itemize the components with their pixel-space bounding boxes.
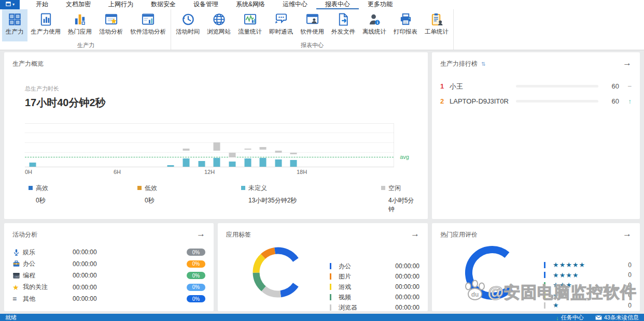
legend-label: 未定义 [248,184,267,192]
app-tag-legend-row-浏览器[interactable]: 浏览器00:00:00 [330,302,419,313]
ribbon-button-活动时间[interactable]: 活动时间 [172,9,203,41]
donut-segment-视频 [256,273,263,289]
activity-row-我的关注[interactable]: ★我的关注00:00:000% [12,282,205,294]
rating-row-3-stars[interactable]: ★★★0 [544,280,632,290]
ribbon-button-流量统计[interactable]: 流量统计 [234,9,265,41]
percent-badge: 0% [187,272,205,279]
activity-label: 办公 [23,259,73,268]
envelope-icon [595,315,602,321]
menu-tab-报表中心[interactable]: 报表中心 [316,0,359,9]
progress-track [516,100,598,103]
gridline [25,133,394,133]
ribbon-button-label: 浏览网站 [207,28,231,36]
activity-row-其他[interactable]: ≡其他00:00:000% [12,293,205,305]
svg-text:cmd: cmd [15,275,19,278]
x-axis-tick: 18H [297,169,307,175]
menu-tab-系统&网络[interactable]: 系统&网络 [227,0,274,9]
bar-undefined-hour-12 [214,158,220,167]
ribbon-button-打印报表[interactable]: 打印报表 [390,9,421,41]
rating-count: 0 [628,271,632,279]
legend-item-高效: 高效0秒 [29,184,48,205]
activity-row-娱乐[interactable]: 娱乐00:00:000% [12,246,205,258]
ribbon-button-工单统计[interactable]: 工单统计 [421,9,452,41]
menu-tab-运维中心[interactable]: 运维中心 [274,0,316,9]
dashboard: 生产力概览 总生产力时长 17小时40分钟2秒 avg 0H6H12H18H 高… [0,50,644,314]
clipboard-user-icon [429,12,444,26]
tag-label: 图片 [339,272,351,281]
ribbon-button-label: 外发文件 [331,28,355,36]
unread-messages-button[interactable]: 43条未读信息 [595,314,639,321]
legend-value: 0秒 [36,196,48,205]
legend-tick [544,302,545,309]
donut-segment-浏览器 [263,289,281,294]
panel-app-tags: 应用标签 → 办公00:00:00图片00:00:00游戏00:00:00视频0… [218,223,428,311]
rating-row-4-stars[interactable]: ★★★★0 [544,270,632,281]
app-tag-legend-row-游戏[interactable]: 游戏00:00:00 [330,282,419,292]
activity-label: 其他 [23,295,73,303]
app-tag-legend-row-图片[interactable]: 图片00:00:00 [330,271,419,282]
ribbon-button-热门应用[interactable]: 热门应用 [64,9,95,41]
open-arrow-icon[interactable]: → [623,229,632,238]
activity-time: 00:00:00 [73,284,135,291]
ribbon-button-软件活动分析[interactable]: 软件活动分析 [127,9,170,41]
activity-row-办公[interactable]: 办公00:00:000% [12,258,205,270]
app-tag-legend-row-办公[interactable]: 办公00:00:00 [330,261,419,271]
legend-value: 13小时35分钟2秒 [248,196,297,205]
bar-undefined-hour-13 [229,162,235,167]
menu-tab-文档加密[interactable]: 文档加密 [57,0,100,9]
ribbon-button-外发文件[interactable]: 外发文件 [328,9,359,41]
chat-icon [274,12,288,26]
ranking-row[interactable]: 1小王60− [440,79,632,94]
open-arrow-icon[interactable]: → [197,229,205,238]
open-arrow-icon[interactable]: → [411,229,419,238]
ribbon-button-软件使用[interactable]: 软件使用 [297,9,328,41]
x-axis-tick: 12H [204,169,215,175]
legend-label: 低效 [145,184,157,192]
ranking-title: 生产力排行榜 [440,60,478,67]
gridline [25,152,394,153]
legend-value: 0秒 [145,196,157,205]
menu-tab-开始[interactable]: 开始 [27,0,57,9]
menu-tabs: 开始文档加密上网行为数据安全设备管理系统&网络运维中心报表中心更多功能 [27,0,401,9]
window-bars-icon [141,12,156,26]
open-arrow-icon[interactable]: → [623,59,632,67]
rating-row-1-stars[interactable]: ★0 [544,300,632,311]
activity-label: 我的关注 [23,283,73,291]
legend-value: 4小时5分钟 [388,196,419,214]
productivity-chart-plot: avg [25,123,394,167]
bar-idle-hour-16 [275,151,282,153]
activity-row-编程[interactable]: cmd编程00:00:000% [12,270,205,282]
ribbon-button-浏览网站[interactable]: 浏览网站 [203,9,234,41]
ribbon-button-活动分析[interactable]: 活动分析 [95,9,127,41]
rating-row-2-stars[interactable]: ★★0 [544,290,632,301]
app-tag-legend-row-视频[interactable]: 视频00:00:00 [330,292,419,302]
bar-idle-hour-10 [183,149,190,151]
ribbon-button-生产力使用[interactable]: 生产力使用 [27,9,65,41]
ribbon-button-label: 流量统计 [238,28,262,36]
legend-swatch [29,186,33,190]
menu-tab-数据安全[interactable]: 数据安全 [142,0,185,9]
percent-badge: 0% [187,249,205,256]
menu-tab-上网行为[interactable]: 上网行为 [100,0,142,9]
app-window: ▾ 开始文档加密上网行为数据安全设备管理系统&网络运维中心报表中心更多功能 生产… [0,0,644,321]
tag-label: 浏览器 [339,303,357,312]
ranking-row[interactable]: 2LAPTOP-D9J3IT0R60↑ [440,94,632,109]
bar-undefined-hour-15 [260,158,267,167]
ribbon-button-生产力[interactable]: 生产力 [2,9,27,41]
activity-time: 00:00:00 [73,260,135,268]
tag-time: 00:00:00 [395,273,419,280]
sort-icon[interactable]: ⇅ [481,61,485,67]
progress-track [516,85,598,87]
menu-tab-更多功能[interactable]: 更多功能 [359,0,401,9]
bar-idle-hour-15 [260,147,267,150]
stars-icon: ★★★ [553,281,572,289]
productivity-chart-x-axis: 0H6H12H18H [25,167,394,176]
app-menu-button[interactable]: ▾ [0,0,20,9]
menu-tab-设备管理[interactable]: 设备管理 [185,0,227,9]
panel-productivity-ranking: 生产力排行榜 ⇅ → 1小王60−2LAPTOP-D9J3IT0R60↑ [432,52,640,219]
task-center-button[interactable]: ↓ 任务中心 [556,314,584,321]
ribbon-button-即时通讯[interactable]: 即时通讯 [265,9,297,41]
ribbon-button-离线统计[interactable]: i离线统计 [359,9,390,41]
rating-row-5-stars[interactable]: ★★★★★0 [544,260,632,270]
bar-undefined-hour-17 [290,160,297,167]
